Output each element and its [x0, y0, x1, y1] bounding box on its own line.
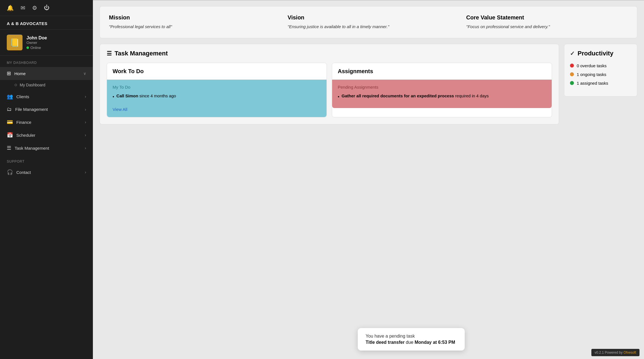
- top-icons: 🔔 ✉ ⚙ ⏻: [0, 0, 93, 16]
- task-columns: Work To Do My To Do • Call Simon since 4…: [107, 63, 552, 117]
- mission-title: Mission: [109, 14, 271, 21]
- mission-vision-card: Mission "Professional legal services to …: [100, 6, 637, 38]
- bullet-icon-2: •: [338, 93, 339, 100]
- clients-icon: 👥: [7, 93, 13, 100]
- my-dashboard-label: My Dashboard: [0, 56, 93, 67]
- popup-due-time: Monday at 6:53 PM: [415, 340, 455, 345]
- file-mgmt-chevron: ›: [85, 107, 86, 112]
- task-mgmt-chevron: ›: [85, 146, 86, 150]
- finance-chevron: ›: [85, 120, 86, 124]
- home-label: Home: [14, 71, 26, 76]
- sub-dot-icon: [15, 84, 17, 86]
- clients-chevron: ›: [85, 94, 86, 99]
- sidebar-item-task-management[interactable]: ☰ Task Management ›: [0, 142, 93, 154]
- green-dot: [570, 81, 574, 85]
- core-value-text: "Focus on professional service and deliv…: [466, 24, 628, 30]
- scheduler-chevron: ›: [85, 133, 86, 137]
- pending-assignments-label: Pending Assignments: [338, 85, 546, 89]
- red-dot: [570, 64, 574, 68]
- task-management-header: ☰ Task Management: [107, 50, 552, 57]
- task-mgmt-label: Task Management: [15, 146, 49, 151]
- version-text: v0.2.1 Powered by: [595, 351, 624, 354]
- assignments-col: Assignments Pending Assignments • Gather…: [332, 63, 552, 117]
- contact-label: Contact: [16, 170, 31, 175]
- overdue-tasks-item: 0 overdue tasks: [570, 63, 631, 68]
- scheduler-icon: 📅: [7, 132, 13, 138]
- sidebar-item-scheduler[interactable]: 📅 Scheduler ›: [0, 129, 93, 142]
- popup-title: You have a pending task: [366, 334, 457, 339]
- avatar: 📒: [7, 35, 23, 50]
- contact-icon: 🎧: [7, 169, 13, 175]
- core-value-block: Core Value Statement "Focus on professio…: [466, 14, 628, 30]
- productivity-title: Productivity: [578, 50, 613, 57]
- task-item-call-simon: • Call Simon since 4 months ago: [113, 93, 321, 100]
- task-management-title: Task Management: [115, 50, 168, 57]
- sidebar-item-file-management[interactable]: 🗂 File Management ›: [0, 103, 93, 116]
- sidebar: 🔔 ✉ ⚙ ⏻ A & B ADVOCATES 📒 John Doe Owner…: [0, 0, 93, 359]
- user-name: John Doe: [26, 35, 47, 41]
- assigned-label: 1 assigned tasks: [577, 81, 608, 86]
- gear-icon[interactable]: ⚙: [32, 5, 37, 11]
- popup-notification: You have a pending task Title deed trans…: [358, 328, 465, 351]
- home-chevron: ∨: [83, 71, 86, 76]
- mail-icon[interactable]: ✉: [21, 5, 25, 11]
- vision-title: Vision: [288, 14, 450, 21]
- nav-item-left: ⊞ Home: [7, 70, 26, 77]
- work-to-do-col: Work To Do My To Do • Call Simon since 4…: [107, 63, 327, 117]
- avatar-icon: 📒: [10, 38, 20, 47]
- scheduler-label: Scheduler: [16, 133, 35, 138]
- brand-name: A & B ADVOCATES: [0, 16, 93, 30]
- user-role: Owner: [26, 41, 47, 45]
- bell-icon[interactable]: 🔔: [7, 5, 14, 11]
- task-list-icon: ☰: [107, 50, 112, 57]
- task-item-gather-docs: • Gather all required documents for an e…: [338, 93, 546, 100]
- sidebar-item-finance[interactable]: 💳 Finance ›: [0, 116, 93, 129]
- view-all-link[interactable]: View All: [113, 107, 127, 112]
- version-footer: v0.2.1 Powered by Ofvesoft: [591, 349, 639, 356]
- assigned-tasks-item: 1 assigned tasks: [570, 81, 631, 86]
- sidebar-sub-item-my-dashboard[interactable]: My Dashboard: [0, 80, 93, 90]
- task-text: Call Simon since 4 months ago: [117, 93, 176, 99]
- file-mgmt-label: File Management: [15, 107, 48, 112]
- user-info: John Doe Owner Online: [26, 35, 47, 50]
- work-to-do-header: Work To Do: [107, 63, 327, 80]
- work-to-do-body: My To Do • Call Simon since 4 months ago…: [107, 80, 327, 117]
- version-brand: Ofvesoft: [623, 351, 636, 354]
- popup-task-name: Title deed transfer: [366, 340, 404, 345]
- support-label: Support: [0, 154, 93, 166]
- core-value-title: Core Value Statement: [466, 14, 628, 21]
- productivity-panel: ✓ Productivity 0 overdue tasks 1 ongoing…: [564, 44, 637, 97]
- vision-text: "Ensuring justice is available to all in…: [288, 24, 450, 30]
- task-mgmt-icon: ☰: [7, 145, 11, 151]
- bottom-row: ☰ Task Management Work To Do My To Do • …: [100, 44, 637, 124]
- assignments-header: Assignments: [332, 63, 552, 80]
- sub-item-label: My Dashboard: [20, 83, 45, 87]
- status-label: Online: [30, 46, 41, 50]
- vision-block: Vision "Ensuring justice is available to…: [288, 14, 450, 30]
- sidebar-item-home[interactable]: ⊞ Home ∨: [0, 67, 93, 80]
- my-to-do-label: My To Do: [113, 85, 321, 89]
- assignments-body: Pending Assignments • Gather all require…: [332, 80, 552, 108]
- ongoing-label: 1 ongoing tasks: [577, 72, 606, 77]
- contact-chevron: ›: [85, 170, 86, 174]
- productivity-header: ✓ Productivity: [570, 50, 631, 57]
- mission-block: Mission "Professional legal services to …: [109, 14, 271, 30]
- user-profile: 📒 John Doe Owner Online: [0, 30, 93, 56]
- bullet-icon: •: [113, 93, 114, 100]
- finance-label: Finance: [16, 120, 31, 125]
- orange-dot: [570, 72, 574, 76]
- overdue-label: 0 overdue tasks: [577, 63, 607, 68]
- sidebar-item-contact[interactable]: 🎧 Contact ›: [0, 166, 93, 179]
- status-dot: [26, 46, 29, 49]
- task-management-section: ☰ Task Management Work To Do My To Do • …: [100, 44, 559, 124]
- file-mgmt-icon: 🗂: [7, 106, 12, 112]
- popup-detail: Title deed transfer due Monday at 6:53 P…: [366, 340, 457, 345]
- mission-text: "Professional legal services to all": [109, 24, 271, 30]
- check-icon: ✓: [570, 50, 575, 57]
- sidebar-item-clients[interactable]: 👥 Clients ›: [0, 90, 93, 103]
- main-content: Mission "Professional legal services to …: [93, 0, 644, 359]
- user-status: Online: [26, 46, 47, 50]
- finance-icon: 💳: [7, 119, 13, 125]
- power-icon[interactable]: ⏻: [44, 5, 50, 11]
- clients-label: Clients: [16, 94, 29, 99]
